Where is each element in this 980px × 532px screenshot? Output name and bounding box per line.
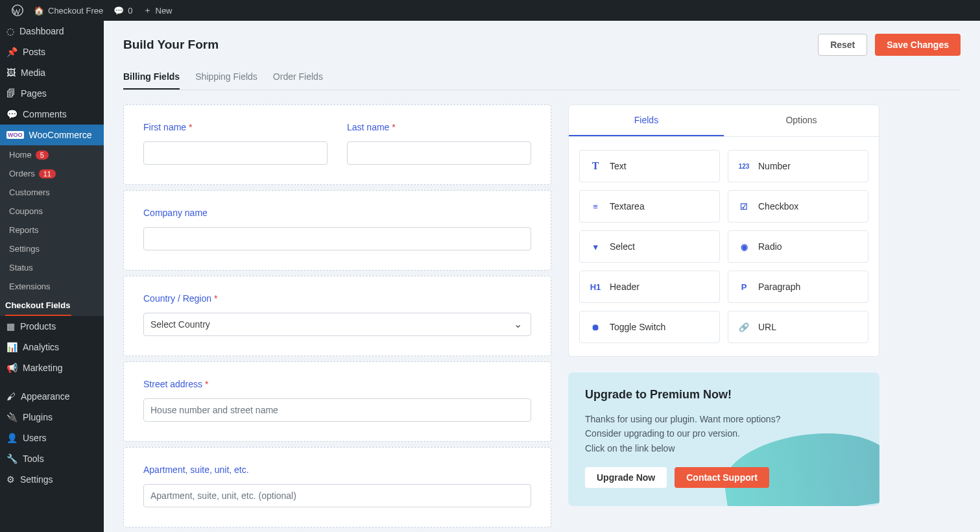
form-builder-right: Fields Options TText 123Number ≡Textarea… — [568, 104, 879, 506]
form-block-company[interactable]: Company name — [123, 190, 551, 271]
menu-appearance[interactable]: 🖌Appearance — [0, 386, 104, 407]
field-type-paragraph[interactable]: PParagraph — [728, 271, 868, 303]
textarea-icon: ≡ — [589, 200, 602, 213]
menu-settings[interactable]: ⚙Settings — [0, 469, 104, 490]
page-title: Build Your Form — [123, 38, 219, 52]
analytics-icon: 📊 — [6, 342, 18, 352]
submenu-status[interactable]: Status — [0, 258, 104, 277]
menu-pages[interactable]: 🗐Pages — [0, 83, 104, 104]
menu-label: Comments — [23, 109, 67, 119]
panel-tab-options[interactable]: Options — [724, 105, 879, 136]
menu-comments[interactable]: 💬Comments — [0, 104, 104, 125]
field-type-toggle[interactable]: ⏺Toggle Switch — [579, 311, 720, 343]
menu-tools[interactable]: 🔧Tools — [0, 448, 104, 469]
new-label: New — [156, 6, 173, 16]
page-header: Build Your Form Reset Save Changes — [123, 34, 961, 56]
field-type-label: Number — [758, 161, 791, 171]
submenu-label: Customers — [9, 187, 50, 197]
number-icon: 123 — [737, 160, 750, 173]
submenu-reports[interactable]: Reports — [0, 221, 104, 239]
submenu-home[interactable]: Home5 — [0, 145, 104, 164]
menu-users[interactable]: 👤Users — [0, 428, 104, 448]
header-icon: H1 — [589, 280, 602, 293]
field-type-label: Paragraph — [758, 282, 800, 292]
main-tabs: Billing Fields Shipping Fields Order Fie… — [123, 67, 961, 90]
select-country[interactable] — [143, 313, 531, 336]
plus-icon: ＋ — [143, 5, 152, 16]
field-type-select[interactable]: ▾Select — [579, 230, 720, 263]
settings-icon: ⚙ — [6, 474, 15, 485]
field-type-number[interactable]: 123Number — [728, 150, 868, 182]
comment-icon: 💬 — [114, 6, 124, 16]
menu-label: Posts — [23, 47, 45, 57]
menu-label: Tools — [23, 453, 44, 464]
menu-dashboard[interactable]: ◌Dashboard — [0, 21, 104, 42]
tab-billing[interactable]: Billing Fields — [123, 67, 180, 90]
form-block-street[interactable]: Street address * — [123, 361, 551, 442]
upgrade-button[interactable]: Upgrade Now — [585, 467, 667, 488]
form-block-apt[interactable]: Apartment, suite, unit, etc. — [123, 447, 551, 527]
field-type-url[interactable]: 🔗URL — [728, 311, 868, 343]
dashboard-icon: ◌ — [6, 26, 14, 36]
field-type-checkbox[interactable]: ☑Checkbox — [728, 190, 868, 223]
field-type-radio[interactable]: ◉Radio — [728, 230, 868, 263]
marketing-icon: 📢 — [6, 363, 18, 373]
tools-icon: 🔧 — [6, 453, 18, 464]
menu-label: WooCommerce — [29, 130, 92, 140]
submenu-label: Coupons — [9, 206, 43, 216]
menu-analytics[interactable]: 📊Analytics — [0, 337, 104, 357]
panel-tab-fields[interactable]: Fields — [569, 105, 724, 136]
menu-products[interactable]: ▦Products — [0, 316, 104, 337]
field-type-label: Header — [610, 282, 639, 292]
form-block-name[interactable]: First name * Last name * — [123, 104, 551, 185]
select-icon: ▾ — [589, 240, 602, 253]
submenu-checkout-fields[interactable]: Checkout Fields — [5, 296, 71, 316]
menu-label: Plugins — [23, 412, 53, 422]
contact-support-button[interactable]: Contact Support — [675, 467, 769, 488]
input-apt[interactable] — [143, 484, 531, 507]
menu-woocommerce[interactable]: WOOWooCommerce — [0, 125, 104, 145]
menu-posts[interactable]: 📌Posts — [0, 42, 104, 62]
comments-icon: 💬 — [6, 109, 18, 119]
new-link[interactable]: ＋New — [138, 5, 178, 16]
field-type-text[interactable]: TText — [579, 150, 720, 182]
menu-marketing[interactable]: 📢Marketing — [0, 357, 104, 378]
admin-bar: 🏠Checkout Free 💬0 ＋New — [0, 0, 980, 21]
menu-plugins[interactable]: 🔌Plugins — [0, 407, 104, 428]
menu-label: Media — [21, 67, 45, 78]
submenu-coupons[interactable]: Coupons — [0, 202, 104, 221]
form-block-country[interactable]: Country / Region * — [123, 276, 551, 356]
paragraph-icon: P — [737, 280, 750, 293]
label-apt: Apartment, suite, unit, etc. — [143, 465, 531, 475]
badge: 11 — [39, 169, 56, 178]
pin-icon: 📌 — [6, 47, 18, 57]
input-street[interactable] — [143, 398, 531, 422]
menu-label: Pages — [21, 88, 47, 99]
radio-icon: ◉ — [737, 240, 750, 253]
plugins-icon: 🔌 — [6, 412, 18, 422]
reset-button[interactable]: Reset — [818, 34, 867, 56]
submenu-customers[interactable]: Customers — [0, 183, 104, 202]
menu-media[interactable]: 🖼Media — [0, 62, 104, 83]
tab-order[interactable]: Order Fields — [273, 67, 323, 90]
submenu-label: Settings — [9, 244, 40, 254]
site-home[interactable]: 🏠Checkout Free — [29, 6, 108, 16]
submenu-settings[interactable]: Settings — [0, 239, 104, 258]
submenu-orders[interactable]: Orders11 — [0, 164, 104, 183]
input-first-name[interactable] — [143, 141, 328, 165]
input-company[interactable] — [143, 227, 531, 250]
save-button[interactable]: Save Changes — [875, 34, 961, 56]
site-name: Checkout Free — [48, 6, 103, 16]
tab-shipping[interactable]: Shipping Fields — [195, 67, 257, 90]
input-last-name[interactable] — [347, 141, 531, 165]
field-type-label: Textarea — [610, 201, 645, 212]
field-type-textarea[interactable]: ≡Textarea — [579, 190, 720, 223]
field-type-label: URL — [758, 322, 776, 332]
field-type-header[interactable]: H1Header — [579, 271, 720, 303]
submenu-label: Reports — [9, 225, 39, 235]
field-type-label: Text — [610, 161, 627, 171]
comments-link[interactable]: 💬0 — [108, 6, 137, 16]
submenu-extensions[interactable]: Extensions — [0, 277, 104, 296]
wp-logo[interactable] — [6, 5, 29, 16]
menu-label: Analytics — [23, 342, 59, 352]
